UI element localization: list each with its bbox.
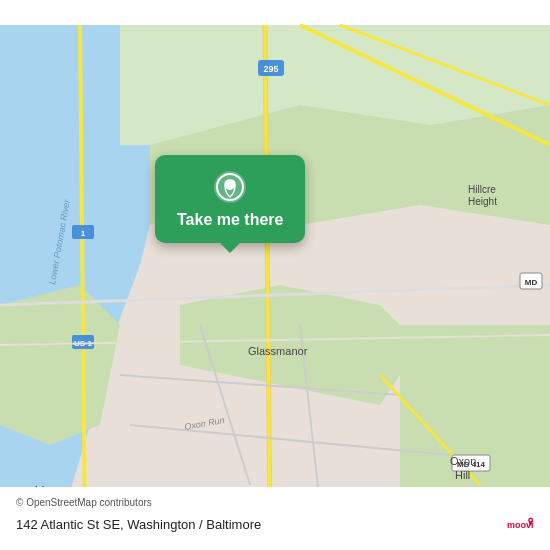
location-pin-icon <box>212 169 248 205</box>
tooltip-card[interactable]: Take me there <box>155 155 305 243</box>
address-label: 142 Atlantic St SE, Washington / Baltimo… <box>16 517 261 532</box>
svg-text:Height: Height <box>468 196 497 207</box>
svg-text:295: 295 <box>263 64 278 74</box>
map-background: 295 1 US 1 MD 414 Oxon Run Glassmanor Lo… <box>0 0 550 550</box>
svg-text:Glassmanor: Glassmanor <box>248 345 308 357</box>
map-attribution: © OpenStreetMap contributors <box>16 497 534 508</box>
map-container: 295 1 US 1 MD 414 Oxon Run Glassmanor Lo… <box>0 0 550 550</box>
svg-text:MD: MD <box>525 278 538 287</box>
svg-point-42 <box>530 519 532 521</box>
bottom-bar: © OpenStreetMap contributors 142 Atlanti… <box>0 487 550 550</box>
take-me-there-button[interactable]: Take me there <box>177 211 283 229</box>
svg-text:1: 1 <box>81 229 86 238</box>
svg-text:Oxon: Oxon <box>450 455 476 467</box>
svg-text:Hillcre: Hillcre <box>468 184 496 195</box>
svg-text:Hill: Hill <box>455 469 470 481</box>
address-row: 142 Atlantic St SE, Washington / Baltimo… <box>16 510 534 538</box>
moovit-icon: moovit <box>506 510 534 538</box>
moovit-logo: moovit <box>506 510 534 538</box>
